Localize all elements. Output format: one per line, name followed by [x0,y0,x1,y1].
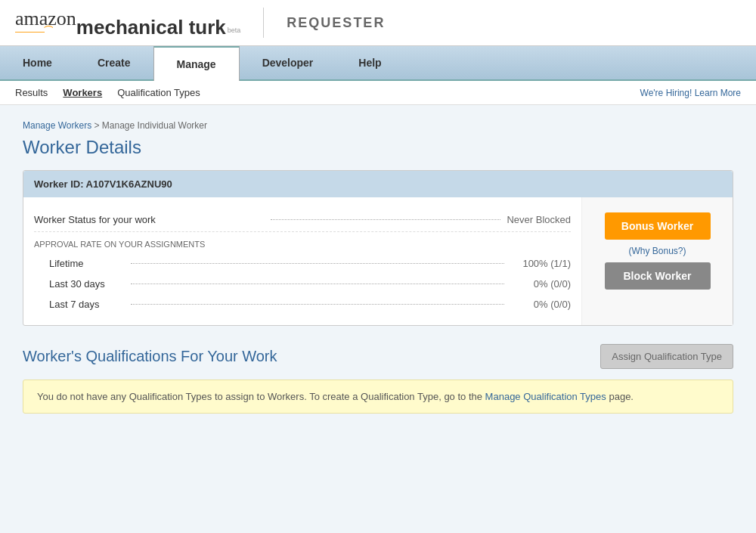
nav-create[interactable]: Create [75,46,153,79]
worker-actions: Bonus Worker (Why Bonus?) Block Worker [581,197,733,325]
worker-details-box: Worker ID: A107V1K6AZNU90 Worker Status … [23,170,733,326]
nav-home[interactable]: Home [0,46,75,79]
assign-qualification-button[interactable]: Assign Qualification Type [600,344,733,369]
nav-manage[interactable]: Manage [153,46,240,81]
nav-developer[interactable]: Developer [240,46,336,79]
worker-info: Worker Status for your work Never Blocke… [23,197,581,325]
lifetime-row: Lifetime 100% (1/1) [34,253,571,274]
lifetime-dots [131,263,504,264]
subnav-qualification-types[interactable]: Qualification Types [117,87,200,98]
breadcrumb-current: Manage Individual Worker [102,120,207,131]
info-text-before: You do not have any Qualification Types … [37,391,482,402]
sub-nav: Results Workers Qualification Types We'r… [0,81,756,105]
subnav-workers[interactable]: Workers [63,87,102,98]
mechanical-text: mechanical turk [76,17,226,37]
status-dots [271,219,501,220]
requester-label: REQUESTER [287,15,385,31]
last30-value: 0% (0/0) [510,278,571,290]
qualifications-title: Worker's Qualifications For Your Work [23,348,277,365]
last30-row: Last 30 days 0% (0/0) [34,274,571,294]
header: amazon ———⁀ mechanical turk beta REQUEST… [0,0,756,46]
info-text-after: page. [609,391,634,402]
worker-status-label: Worker Status for your work [34,214,265,225]
logo-amazon-part: amazon ———⁀ [15,9,76,37]
main-nav: Home Create Manage Developer Help [0,46,756,81]
info-box: You do not have any Qualification Types … [23,380,733,414]
nav-help[interactable]: Help [336,46,404,79]
last7-label: Last 7 days [49,299,125,310]
why-bonus-link[interactable]: (Why Bonus?) [628,246,686,256]
last7-row: Last 7 days 0% (0/0) [34,294,571,315]
manage-qualification-types-link[interactable]: Manage Qualification Types [485,391,606,402]
bonus-worker-button[interactable]: Bonus Worker [605,212,711,240]
last7-value: 0% (0/0) [510,299,571,310]
block-worker-button[interactable]: Block Worker [605,262,711,290]
logo: amazon ———⁀ mechanical turk beta [15,9,240,37]
lifetime-value: 100% (1/1) [510,258,571,269]
last30-label: Last 30 days [49,278,125,290]
hiring-link[interactable]: We're Hiring! Learn More [640,88,741,98]
main-content: Manage Workers > Manage Individual Worke… [0,105,756,483]
subnav-results[interactable]: Results [15,87,48,98]
logo-divider [263,8,264,38]
breadcrumb: Manage Workers > Manage Individual Worke… [23,120,733,131]
subnav-left: Results Workers Qualification Types [15,87,200,98]
worker-status-row: Worker Status for your work Never Blocke… [34,208,571,232]
breadcrumb-parent[interactable]: Manage Workers [23,120,91,131]
last30-dots [131,284,504,284]
lifetime-label: Lifetime [49,258,125,269]
worker-box-body: Worker Status for your work Never Blocke… [23,197,733,325]
approval-header: APPROVAL RATE ON YOUR ASSIGNMENTS [34,232,571,253]
beta-label: beta [228,26,241,34]
qualifications-header: Worker's Qualifications For Your Work As… [23,344,733,369]
subnav-right: We're Hiring! Learn More [640,87,741,98]
worker-id-header: Worker ID: A107V1K6AZNU90 [23,171,733,197]
page-title: Worker Details [23,137,733,158]
worker-status-value: Never Blocked [507,214,571,225]
last7-dots [131,304,504,305]
